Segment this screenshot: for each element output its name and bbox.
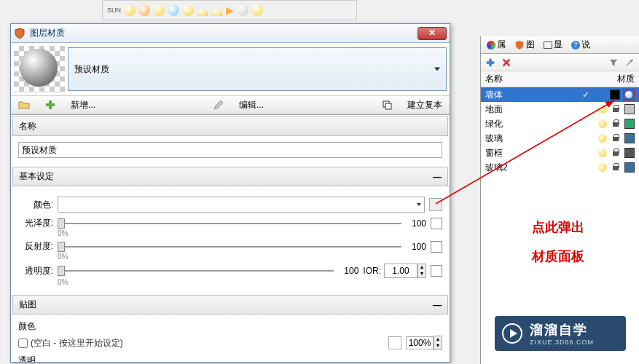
layer-name: 玻璃 [485,132,598,145]
collapse-icon[interactable]: — [433,172,442,182]
layer-material-dialog: 图层材质 ✕ 预设材质 新增... 编辑... 建立复本 名称 基本设定 — [10,23,450,363]
ior-label: IOR: [363,266,381,276]
orb-icon[interactable] [182,4,194,16]
pencil-icon[interactable] [213,99,224,111]
opacity-swatch[interactable] [431,265,442,277]
reflect-swatch[interactable] [431,241,442,253]
layer-list-header: 名称 材质 [481,71,639,87]
app-icon [14,28,26,39]
orb-icon[interactable] [168,4,179,16]
ior-spinner[interactable]: ▲▼ [417,264,426,278]
color-swatch[interactable] [624,162,635,173]
layer-name: 玻璃2 [485,162,598,174]
duplicate-button[interactable]: 建立复本 [407,99,442,111]
material-trigger-button[interactable] [623,89,635,100]
col-name: 名称 [485,73,617,85]
layer-row[interactable]: 墙体✓ [481,87,639,102]
orb-icon[interactable] [153,4,165,16]
lock-icon[interactable] [611,105,620,114]
opacity-label: 透明度: [18,265,53,277]
edit-button[interactable]: 编辑... [239,99,264,111]
tab-layers[interactable]: 图 [511,39,538,51]
watermark-logo: 溜溜自学 ZIXUE.3D66.COM [495,316,626,351]
reflect-max: 100 [406,242,426,252]
visibility-bulb-icon[interactable] [598,134,607,143]
chevron-down-icon [434,68,440,71]
opacity-slider[interactable] [58,265,334,277]
tab-attributes[interactable]: 属 [484,39,509,51]
play-icon [502,323,522,344]
layer-row[interactable]: 玻璃2 [481,160,639,175]
reflect-slider[interactable] [58,241,401,253]
dome-icon[interactable] [211,9,223,16]
tab-display[interactable]: 显 [541,39,565,51]
map-empty-hint[interactable]: (空白 - 按这里开始设定) [31,337,123,349]
layer-row[interactable]: 地面 [481,102,639,116]
section-basic-header[interactable]: 基本设定 — [12,167,448,186]
ior-input[interactable] [384,264,417,278]
map-picker-icon[interactable] [388,336,401,349]
orb-icon[interactable] [237,4,248,16]
color-label: 颜色: [18,199,53,211]
color-dropdown[interactable] [58,197,425,213]
section-map-header[interactable]: 贴图 — [12,295,448,314]
color-swatch[interactable] [624,119,635,129]
add-layer-icon[interactable] [485,58,495,68]
link-toggle-icon[interactable] [429,198,442,211]
material-preset-dropdown[interactable]: 预设材质 [68,47,447,91]
check-icon: ✓ [582,90,589,100]
dome-icon[interactable] [197,9,208,16]
new-folder-icon[interactable] [18,99,30,111]
gloss-swatch[interactable] [431,218,442,229]
lock-icon[interactable] [611,149,620,157]
close-button[interactable]: ✕ [417,27,447,40]
section-name-header[interactable]: 名称 [12,116,448,136]
color-swatch[interactable] [624,104,635,114]
layer-row[interactable]: 玻璃 [481,131,639,146]
color-swatch[interactable] [624,148,635,158]
map-percent-input[interactable] [406,336,434,349]
orb-icon[interactable] [124,4,136,16]
lock-icon[interactable] [611,134,620,143]
visibility-bulb-icon[interactable] [598,119,607,128]
tab-help[interactable]: ?说 [568,39,593,51]
layer-row[interactable]: 窗框 [481,146,639,160]
lock-icon[interactable] [611,119,620,128]
visibility-bulb-icon[interactable] [598,105,607,114]
layer-list[interactable]: 墙体✓地面绿化玻璃窗框玻璃2 [481,87,639,175]
map-percent-spinner[interactable]: ▲▼ [434,336,442,350]
visibility-bulb-icon[interactable] [598,149,607,157]
orb-icon[interactable] [138,4,150,16]
layer-row[interactable]: 绿化 [481,116,639,131]
collapse-icon[interactable]: — [433,300,442,310]
add-icon[interactable] [44,99,56,111]
new-button[interactable]: 新增... [71,99,95,111]
material-name-input[interactable] [18,142,442,158]
color-swatch[interactable] [610,90,620,100]
visibility-bulb-icon[interactable] [598,163,607,172]
svg-rect-3 [385,103,391,109]
color-swatch[interactable] [624,133,635,143]
gloss-slider[interactable] [58,218,401,229]
logo-sub: ZIXUE.3D66.COM [530,339,594,346]
logo-title: 溜溜自学 [530,321,594,339]
layers-panel: 属 图 显 ?说 名称 材质 墙体✓地面绿化玻璃窗框玻璃2 [480,36,639,364]
map-color-checkbox[interactable] [18,339,28,348]
lock-icon[interactable] [611,163,620,172]
delete-layer-icon[interactable] [501,58,511,68]
section-name-title: 名称 [19,120,36,132]
gloss-max: 100 [406,218,426,229]
filter-icon[interactable] [608,58,619,68]
settings-wrench-icon[interactable] [624,58,635,68]
svg-rect-1 [46,103,55,106]
material-preview-row: 预设材质 [11,43,450,95]
col-material: 材质 [617,73,635,85]
map-color-label: 颜色 [18,320,442,333]
dialog-titlebar[interactable]: 图层材质 ✕ [11,24,450,43]
material-preview-swatch[interactable] [14,46,65,92]
arrow-icon[interactable]: ▶ [226,4,234,16]
copy-icon[interactable] [381,99,393,111]
orb-icon[interactable] [251,4,263,16]
annotation-line2: 材质面板 [532,248,584,265]
opacity-min: 0% [58,278,442,286]
